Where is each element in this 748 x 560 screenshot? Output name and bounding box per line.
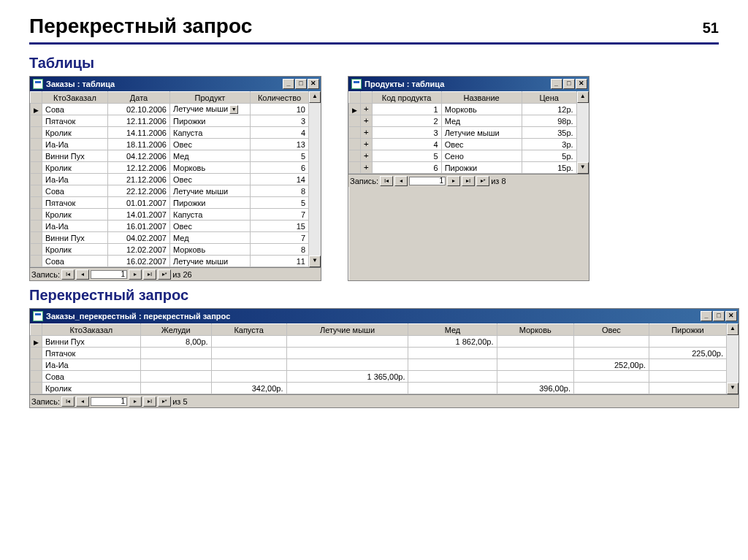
cell[interactable]: 10 xyxy=(251,104,309,115)
cell[interactable]: 8,00р. xyxy=(140,336,211,348)
scroll-down-icon[interactable]: ▼ xyxy=(309,256,321,267)
cell[interactable]: Сова xyxy=(42,104,108,115)
cell[interactable]: 1 862,00р. xyxy=(408,336,497,348)
orders-titlebar[interactable]: Заказы : таблица _ □ ✕ xyxy=(30,77,321,91)
cell[interactable]: Кролик xyxy=(42,244,108,256)
col-header[interactable]: Код продукта xyxy=(372,92,441,104)
scroll-down-icon[interactable]: ▼ xyxy=(727,383,739,394)
cell[interactable]: Винни Пух xyxy=(42,232,108,244)
scroll-up-icon[interactable]: ▲ xyxy=(727,323,739,335)
cell[interactable]: 15 xyxy=(251,220,309,232)
row-selector[interactable] xyxy=(31,244,42,256)
cell[interactable] xyxy=(286,336,408,348)
nav-prev-button[interactable]: ◂ xyxy=(76,396,89,407)
cell[interactable]: Сова xyxy=(42,256,108,267)
col-header[interactable]: Название xyxy=(441,92,522,104)
cell[interactable]: 5 xyxy=(372,150,441,162)
close-button[interactable]: ✕ xyxy=(725,311,737,321)
row-selector[interactable] xyxy=(31,383,42,394)
cell[interactable] xyxy=(497,359,573,371)
cell[interactable]: Иа-Иа xyxy=(42,220,108,232)
col-header[interactable]: Количество xyxy=(251,92,309,104)
scrollbar[interactable]: ▲ ▼ xyxy=(577,91,589,174)
expand-button[interactable]: + xyxy=(361,104,373,115)
nav-new-button[interactable]: ▸* xyxy=(158,269,171,280)
cell[interactable]: Пятачок xyxy=(42,115,108,127)
cell[interactable]: 22.12.2006 xyxy=(108,185,170,197)
cell[interactable] xyxy=(408,359,497,371)
col-header[interactable]: Желуди xyxy=(140,324,211,336)
table-row[interactable]: Иа-Иа252,00р. xyxy=(31,359,727,371)
row-selector[interactable] xyxy=(31,359,42,371)
nav-new-button[interactable]: ▸* xyxy=(158,396,171,407)
cell[interactable] xyxy=(140,383,211,394)
cell[interactable] xyxy=(140,359,211,371)
nav-new-button[interactable]: ▸* xyxy=(476,176,489,186)
cell[interactable] xyxy=(649,336,726,348)
crosstab-grid[interactable]: КтоЗаказалЖелудиКапустаЛетучие мышиМедМо… xyxy=(30,323,727,394)
table-row[interactable]: Пятачок12.11.2006Пирожки3 xyxy=(31,115,309,127)
cell[interactable]: 342,00р. xyxy=(211,383,286,394)
orders-grid[interactable]: КтоЗаказалДатаПродуктКоличество▶Сова02.1… xyxy=(30,91,309,267)
cell[interactable]: 2 xyxy=(372,115,441,127)
close-button[interactable]: ✕ xyxy=(576,79,587,89)
cell[interactable] xyxy=(408,371,497,383)
cell[interactable]: 5 xyxy=(251,197,309,209)
row-selector[interactable] xyxy=(31,139,42,150)
table-row[interactable]: Пятачок225,00р. xyxy=(31,348,727,359)
cell[interactable]: 13 xyxy=(251,139,309,150)
cell[interactable] xyxy=(573,348,649,359)
cell[interactable] xyxy=(211,371,286,383)
cell[interactable]: 01.01.2007 xyxy=(108,197,170,209)
cell[interactable]: 16.02.2007 xyxy=(108,256,170,267)
scroll-track[interactable] xyxy=(309,103,321,256)
table-row[interactable]: Кролик342,00р.396,00р. xyxy=(31,383,727,394)
row-selector[interactable] xyxy=(31,197,42,209)
cell[interactable]: 6 xyxy=(251,162,309,174)
cell[interactable]: Винни Пух xyxy=(42,336,141,348)
cell[interactable]: Овес xyxy=(170,220,251,232)
expand-button[interactable]: + xyxy=(361,150,373,162)
row-selector[interactable] xyxy=(31,220,42,232)
cell[interactable]: 12.12.2006 xyxy=(108,162,170,174)
cell[interactable]: 6 xyxy=(372,162,441,174)
cell[interactable]: Иа-Иа xyxy=(42,359,141,371)
col-header[interactable]: Мед xyxy=(408,324,497,336)
cell[interactable]: 8 xyxy=(251,244,309,256)
maximize-button[interactable]: □ xyxy=(295,79,307,89)
col-header[interactable]: Продукт xyxy=(170,92,251,104)
cell[interactable]: 3р. xyxy=(522,139,576,150)
cell[interactable] xyxy=(649,383,726,394)
table-row[interactable]: Кролик12.12.2006Морковь6 xyxy=(31,162,309,174)
cell[interactable]: 1 365,00р. xyxy=(286,371,408,383)
table-row[interactable]: Кролик12.02.2007Морковь8 xyxy=(31,244,309,256)
table-row[interactable]: Винни Пух04.02.2007Мед7 xyxy=(31,232,309,244)
cell[interactable]: 5р. xyxy=(522,150,576,162)
row-selector[interactable] xyxy=(349,115,361,127)
cell[interactable]: 8 xyxy=(251,185,309,197)
table-row[interactable]: +3Летучие мыши35р. xyxy=(349,127,577,139)
row-selector[interactable] xyxy=(31,185,42,197)
cell[interactable]: Иа-Иа xyxy=(42,174,108,185)
cell[interactable]: Овес xyxy=(441,139,522,150)
cell[interactable]: Мед xyxy=(441,115,522,127)
cell[interactable]: 4 xyxy=(251,127,309,139)
minimize-button[interactable]: _ xyxy=(283,79,294,89)
table-row[interactable]: ▶Сова02.10.2006Летучие мыши▼10 xyxy=(31,104,309,115)
scroll-track[interactable] xyxy=(727,335,739,383)
cell[interactable]: 7 xyxy=(251,209,309,220)
cell[interactable]: Кролик xyxy=(42,209,108,220)
cell[interactable]: 14.01.2007 xyxy=(108,209,170,220)
maximize-button[interactable]: □ xyxy=(563,79,575,89)
col-header[interactable]: Цена xyxy=(522,92,576,104)
table-row[interactable]: Пятачок01.01.2007Пирожки5 xyxy=(31,197,309,209)
cell[interactable]: Морковь xyxy=(170,162,251,174)
cell[interactable]: 04.02.2007 xyxy=(108,232,170,244)
nav-next-button[interactable]: ▸ xyxy=(447,176,460,186)
cell[interactable]: Сова xyxy=(42,371,141,383)
cell[interactable]: Иа-Иа xyxy=(42,139,108,150)
maximize-button[interactable]: □ xyxy=(713,311,725,321)
col-header[interactable]: КтоЗаказал xyxy=(42,92,108,104)
row-selector[interactable] xyxy=(31,256,42,267)
cell[interactable]: 16.01.2007 xyxy=(108,220,170,232)
